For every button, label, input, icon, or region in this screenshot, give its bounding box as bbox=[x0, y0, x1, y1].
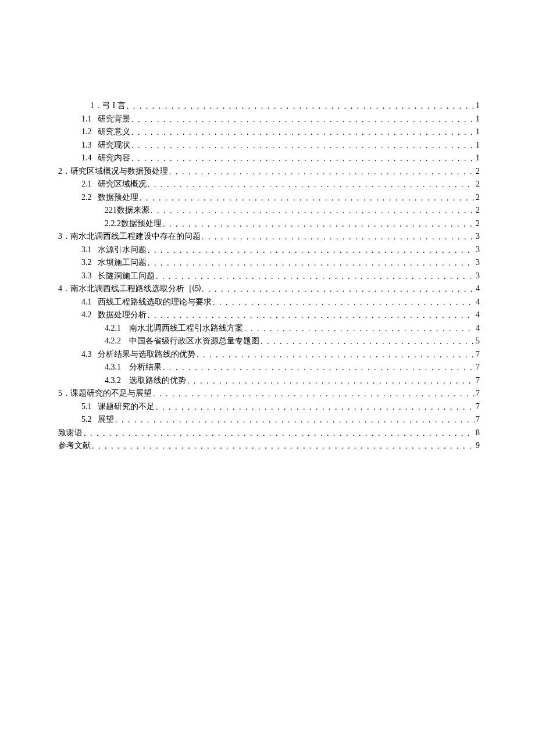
toc-page: 1 bbox=[476, 154, 480, 162]
toc-title: 水源引水问题 bbox=[98, 246, 147, 254]
toc-page: 7 bbox=[476, 377, 480, 385]
toc-number: 4.2.1 bbox=[105, 324, 129, 332]
toc-entry: 4.3 分析结果与选取路线的优势 7 bbox=[58, 350, 480, 359]
toc-leader bbox=[153, 390, 475, 398]
toc-title: 研究现状 bbox=[98, 141, 130, 149]
toc-page: 4 bbox=[476, 311, 480, 319]
toc-entry: 3 ．南水北调西线工程建设中存在的问题 3 bbox=[58, 232, 480, 241]
toc-title: 研究背景 bbox=[98, 115, 130, 123]
toc-leader bbox=[163, 220, 475, 228]
toc-entry: 1.1 研究背景 1 bbox=[58, 115, 480, 123]
toc-page: 2 bbox=[476, 167, 480, 175]
toc-number: 221 bbox=[105, 206, 117, 214]
toc-number: 1.3 bbox=[81, 141, 98, 149]
toc-entry: 5.2 展望 7 bbox=[58, 415, 480, 424]
toc-entry: 1 ．弓 I 言 1 bbox=[58, 102, 480, 110]
toc-leader bbox=[148, 311, 475, 320]
toc-leader bbox=[131, 128, 475, 137]
toc-page: 2 bbox=[476, 206, 480, 214]
toc-entry: 2.1 研究区域概况 2 bbox=[58, 180, 480, 188]
toc-leader bbox=[115, 416, 475, 424]
toc-page: 2 bbox=[476, 194, 480, 202]
toc-entry: 1.2 研究意义 1 bbox=[58, 128, 480, 136]
toc-entry: 1.4 研究内容 1 bbox=[58, 154, 480, 162]
toc-leader bbox=[148, 181, 475, 189]
toc-number: 2 bbox=[58, 167, 62, 175]
toc-leader bbox=[156, 273, 475, 281]
toc-entry: 2.2.2 数据预处理 2 bbox=[58, 220, 480, 228]
toc-page: 1 bbox=[476, 115, 480, 123]
toc-number: 5 bbox=[58, 389, 62, 397]
toc-title: 南水北调西线工程引水路线方案 bbox=[129, 324, 243, 332]
toc-entry: 3.1 水源引水问题 3 bbox=[58, 246, 480, 254]
toc-number: 4.3.1 bbox=[105, 363, 129, 371]
toc-number: 4.3.2 bbox=[105, 377, 129, 385]
toc-page: 3 bbox=[476, 272, 480, 280]
toc-page: 7 bbox=[476, 415, 480, 424]
toc-title: ．课题研究的不足与展望 bbox=[62, 389, 152, 397]
toc-page: 4 bbox=[476, 324, 480, 332]
toc-leader bbox=[169, 168, 475, 176]
toc-entry: 1.3 研究现状 1 bbox=[58, 141, 480, 149]
toc-entry: 2 ．研究区域概况与数据预处理 2 bbox=[58, 167, 480, 175]
toc-title: 数据处理分析 bbox=[98, 311, 147, 319]
toc-title: 中国各省级行政区水资源总量专题图 bbox=[129, 337, 259, 345]
toc-title: 分析结果与选取路线的优势 bbox=[98, 350, 195, 359]
toc-page: 2 bbox=[476, 180, 480, 188]
toc-title: ．研究区域概况与数据预处理 bbox=[62, 167, 168, 175]
toc-title: ．南水北调西线工程建设中存在的问题 bbox=[62, 232, 201, 241]
toc-leader bbox=[213, 299, 475, 307]
toc-page: 7 bbox=[476, 350, 480, 359]
toc-number: 3 bbox=[58, 232, 62, 241]
toc-number: 4.2 bbox=[81, 311, 98, 319]
toc-title: 选取路线的优势 bbox=[129, 377, 186, 385]
toc-page: 1 bbox=[476, 141, 480, 149]
toc-entry: 4.2.2 中国各省级行政区水资源总量专题图 5 bbox=[58, 337, 480, 345]
toc-page: 2 bbox=[476, 220, 480, 228]
toc-leader bbox=[92, 442, 475, 450]
toc-page: 3 bbox=[476, 259, 480, 267]
toc-page: 7 bbox=[476, 363, 480, 371]
toc-entry: 2.2 数据预处理 2 bbox=[58, 194, 480, 202]
toc-page: 3 bbox=[476, 246, 480, 254]
toc-page: 9 bbox=[476, 442, 480, 450]
toc-entry: 4.2 数据处理分析 4 bbox=[58, 311, 480, 319]
toc-title: 展望 bbox=[98, 415, 114, 424]
toc-title: 研究意义 bbox=[98, 128, 130, 136]
toc-title: ．南水北调西线工程路线选取分析［⑸ bbox=[62, 285, 201, 293]
toc-leader bbox=[163, 364, 475, 372]
toc-leader bbox=[261, 338, 475, 346]
toc-title: 参考文献 bbox=[58, 442, 91, 450]
toc-page: 1 bbox=[476, 102, 480, 110]
toc-number: 3.3 bbox=[81, 272, 98, 280]
table-of-contents: 1 ．弓 I 言 1 1.1 研究背景 1 1.2 研究意义 1 1.3 研究现… bbox=[58, 102, 480, 450]
toc-leader bbox=[156, 403, 475, 411]
toc-number: 1.4 bbox=[81, 154, 98, 162]
toc-page: 8 bbox=[476, 429, 480, 437]
toc-leader bbox=[244, 325, 475, 333]
toc-entry: 4.2.1 南水北调西线工程引水路线方案 4 bbox=[58, 324, 480, 332]
toc-leader bbox=[148, 246, 475, 255]
toc-number: 5.2 bbox=[81, 415, 98, 424]
toc-page: 7 bbox=[476, 389, 480, 397]
toc-leader bbox=[84, 429, 475, 438]
toc-number: 1.1 bbox=[81, 115, 98, 123]
toc-title: ．弓 I 言 bbox=[94, 102, 126, 110]
toc-entry: 221 数据来源 2 bbox=[58, 206, 480, 214]
toc-leader bbox=[140, 194, 475, 202]
toc-page: 1 bbox=[476, 128, 480, 136]
toc-entry: 3.3 长隧洞施工问题 3 bbox=[58, 272, 480, 280]
toc-number: 4 bbox=[58, 285, 62, 293]
toc-title: 课题研究的不足 bbox=[98, 403, 155, 411]
toc-number: 5.1 bbox=[81, 403, 98, 411]
toc-number: 4.2.2 bbox=[105, 337, 129, 345]
toc-title: 数据预处理 bbox=[121, 220, 162, 228]
toc-number: 2.1 bbox=[81, 180, 98, 188]
toc-leader bbox=[202, 233, 475, 241]
toc-leader bbox=[131, 155, 475, 163]
toc-page: 3 bbox=[476, 232, 480, 241]
toc-number: 1 bbox=[90, 102, 94, 110]
toc-page: 4 bbox=[476, 298, 480, 306]
toc-title: 水坝施工问题 bbox=[98, 259, 147, 267]
toc-title: 致谢语 bbox=[58, 429, 83, 437]
